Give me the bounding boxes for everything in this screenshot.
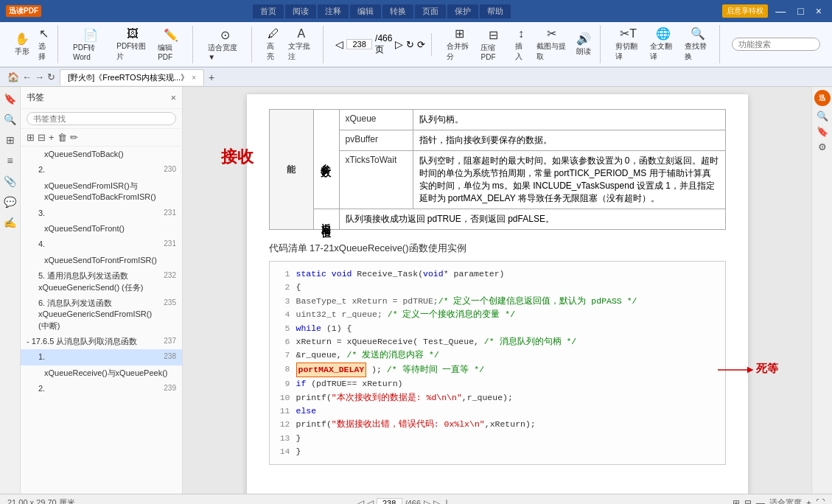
pdf-page: 能 参数 xQueue 队列句柄。 pvBuffer 指针，指向接收到要保存的数… <box>247 94 748 494</box>
code-text-14: } <box>296 445 719 458</box>
edit-pdf-btn[interactable]: ✏️ 编辑PDF <box>155 27 186 63</box>
status-fullscreen[interactable]: ⛶ <box>816 498 825 505</box>
edit-bookmark-icon[interactable]: ✏ <box>70 132 78 143</box>
tree-item-xqueuesendfromisr[interactable]: xQueueSendFromISR()与xQueueSendToBackFrom… <box>21 178 182 206</box>
layers-icon[interactable]: ≡ <box>7 155 13 167</box>
page-input[interactable] <box>346 39 372 49</box>
tree-item-2[interactable]: 2. 230 <box>21 162 182 178</box>
refresh-tab-icon[interactable]: ↻ <box>47 71 55 83</box>
tab-edit[interactable]: 编辑 <box>350 4 381 18</box>
tree-item-17-6-5[interactable]: - 17.6.5 从消息队列取消息函数 237 <box>21 334 182 349</box>
pdf-to-word-btn[interactable]: 📄 PDF转Word <box>70 27 111 63</box>
extract-btn[interactable]: ✂ 截图与提取 <box>534 25 571 63</box>
status-view-icon[interactable]: ⊟ <box>744 498 752 505</box>
pdf-to-img-btn[interactable]: 🖼 PDF转图片 <box>113 26 152 63</box>
die-wait-annotation: 死等 <box>718 361 778 379</box>
attachment-icon[interactable]: 📎 <box>4 175 16 187</box>
read-btn[interactable]: 🔊 朗读 <box>573 30 594 58</box>
tree-item-4[interactable]: 4. 231 <box>21 237 182 252</box>
tree-item-5[interactable]: 5. 通用消息队列发送函数 xQueueGenericSend() (任务) 2… <box>21 268 182 295</box>
main-layout: 🔖 🔍 ⊞ ≡ 📎 💬 ✍ 书签 × ⊞ ⊟ + 🗑 ✏ xQueueSendT… <box>0 87 832 494</box>
status-nav-prev[interactable]: ◁ <box>357 498 364 505</box>
expand-all-icon[interactable]: ⊞ <box>27 132 35 143</box>
right-search-icon[interactable]: 🔍 <box>817 111 828 122</box>
search-left-icon[interactable]: 🔍 <box>4 113 16 125</box>
compress-btn[interactable]: ⊟ 压缩PDF <box>478 27 508 63</box>
highlight-btn[interactable]: 🖊 高亮 <box>264 26 282 63</box>
select-tool-btn[interactable]: ↖ 选择 <box>35 25 52 63</box>
find-replace-label: 查找替换 <box>685 41 710 62</box>
close-btn[interactable]: × <box>811 5 826 17</box>
right-bookmark-icon[interactable]: 🔖 <box>817 126 828 137</box>
back-icon[interactable]: ← <box>22 71 32 83</box>
right-settings-icon[interactable]: ⚙ <box>818 141 827 153</box>
nav-next-btn[interactable]: ▷ <box>395 38 403 50</box>
tree-item-xqueuesendtoback[interactable]: xQueueSendToBack() <box>21 147 182 162</box>
receive-section-label: 接收 <box>221 146 254 168</box>
tree-item-6[interactable]: 6. 消息队列发送函数 xQueueGenericSendFromISR() (… <box>21 295 182 334</box>
code-text-3: BaseType_t xReturn = pdTRUE;/* 定义一个创建信息返… <box>296 295 719 308</box>
delete-bookmark-icon[interactable]: 🗑 <box>57 132 67 143</box>
code-line-9: 9 if (pdTRUE== xReturn) <box>276 377 719 391</box>
actual-size-btn[interactable]: ⊙ 适合宽度 ▼ <box>205 27 245 63</box>
code-line-11: 11 else <box>276 405 719 418</box>
tab-annotate[interactable]: 注释 <box>318 4 349 18</box>
find-replace-btn[interactable]: 🔍 查找替换 <box>682 25 713 63</box>
line-num-12: 12 <box>276 418 290 431</box>
signature-icon[interactable]: ✍ <box>4 217 16 228</box>
status-zoom-in[interactable]: + <box>806 498 811 505</box>
tree-item-3[interactable]: 3. 231 <box>21 206 182 221</box>
tab-home[interactable]: 首页 <box>253 4 284 18</box>
bookmark-search-input[interactable] <box>27 112 176 125</box>
code-line-6: 6 xReturn = xQueueReceive( Test_Queue, /… <box>276 335 719 349</box>
tree-item-1-current[interactable]: 1. 238 <box>21 349 182 365</box>
status-page-input[interactable] <box>377 498 402 505</box>
comment-icon[interactable]: 💬 <box>4 196 16 208</box>
ribbon-search-input[interactable] <box>732 38 820 51</box>
tab-help[interactable]: 帮助 <box>480 4 511 18</box>
word-icon: 📄 <box>83 28 98 42</box>
clip-translate-label: 剪切翻译 <box>615 41 641 62</box>
compress-icon: ⊟ <box>489 28 498 42</box>
status-zoom-out[interactable]: — <box>756 498 765 505</box>
sidebar-close-icon[interactable]: × <box>170 92 176 103</box>
bookmark-icon[interactable]: 🔖 <box>4 93 16 105</box>
privilege-btn[interactable]: 启意享特权 <box>722 4 768 18</box>
status-fit-icon[interactable]: ⊞ <box>733 498 740 505</box>
add-tab-btn[interactable]: + <box>204 69 219 85</box>
tab-protect[interactable]: 保护 <box>447 4 478 18</box>
maximize-btn[interactable]: □ <box>793 5 808 17</box>
minimize-btn[interactable]: — <box>771 5 790 17</box>
hand-tool-btn[interactable]: ✋ 手形 <box>12 30 32 58</box>
thumbnail-icon[interactable]: ⊞ <box>6 134 15 146</box>
nav-prev-btn[interactable]: ◁ <box>335 38 343 50</box>
statusbar: 21.00 x 29.70 厘米 ◁ ◁ /466 ▷ ▷ ⤓ ⊞ ⊟ — 适合… <box>0 494 832 504</box>
collapse-all-icon[interactable]: ⊟ <box>38 132 46 143</box>
merge-btn[interactable]: ⊞ 合并拆分 <box>444 25 475 63</box>
tab-page[interactable]: 页面 <box>415 4 446 18</box>
doc-tab[interactable]: [野火®]《FreeRTOS内核实现...》 × <box>60 69 204 85</box>
tree-item-xqueuesendtofront[interactable]: xQueueSendToFront() <box>21 221 182 237</box>
home-icon[interactable]: 🏠 <box>7 71 19 83</box>
tree-item-2b[interactable]: 2. 239 <box>21 381 182 396</box>
doc-tab-close[interactable]: × <box>192 74 196 82</box>
tab-convert[interactable]: 转换 <box>382 4 413 18</box>
status-nav-prev2[interactable]: ◁ <box>367 498 374 505</box>
forward-icon[interactable]: → <box>35 71 44 83</box>
status-download-icon[interactable]: ⤓ <box>443 498 450 505</box>
full-translate-btn[interactable]: 🌐 全文翻译 <box>647 25 679 63</box>
tree-item-xqueuesendtofrontfromisr[interactable]: xQueueSendToFrontFromISR() <box>21 253 182 268</box>
tree-item-xqueuereceive[interactable]: xQueueReceive()与xQueuePeek() <box>21 365 182 381</box>
text-note-btn[interactable]: A 文字批注 <box>285 26 317 63</box>
ribbon-group-highlight: 🖊 高亮 A 文字批注 <box>258 26 324 63</box>
tab-read[interactable]: 阅读 <box>285 4 316 18</box>
status-nav-next[interactable]: ▷ <box>424 498 430 505</box>
code-line-8: 8 portMAX_DELAY ); /* 等待时间 一直等 */ <box>276 363 719 377</box>
sidebar-tree: xQueueSendToBack() 2. 230 xQueueSendFrom… <box>21 147 182 494</box>
params-table: 能 参数 xQueue 队列句柄。 pvBuffer 指针，指向接收到要保存的数… <box>269 109 726 230</box>
app-logo: 迅读PDF <box>6 5 41 17</box>
clip-translate-btn[interactable]: ✂T 剪切翻译 <box>612 25 644 63</box>
insert-btn[interactable]: ↕ 插入 <box>512 26 531 63</box>
add-bookmark-icon[interactable]: + <box>49 132 55 143</box>
status-nav-next2[interactable]: ▷ <box>433 498 440 505</box>
